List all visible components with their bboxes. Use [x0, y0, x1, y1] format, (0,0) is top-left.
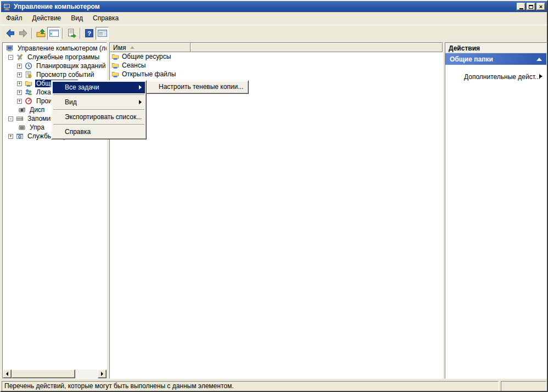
- users-icon: [25, 88, 32, 96]
- all-tasks-submenu: Настроить теневые копии...: [146, 80, 249, 94]
- menu-help[interactable]: Справка: [88, 13, 124, 24]
- status-side-cell: [501, 381, 546, 391]
- menu-separator: [53, 94, 144, 96]
- performance-icon: [25, 97, 32, 105]
- status-text: Перечень действий, которые могут быть вы…: [2, 381, 499, 391]
- shared-folder-icon: [111, 53, 119, 60]
- scroll-left-button[interactable]: [3, 369, 12, 378]
- help-button[interactable]: ?: [82, 27, 96, 40]
- export-list-icon: [67, 29, 76, 38]
- actions-section-header[interactable]: Общие папки: [445, 53, 546, 65]
- export-list-button[interactable]: [65, 27, 78, 40]
- list-header: Имя: [110, 43, 443, 52]
- expand-plus-icon[interactable]: +: [17, 64, 22, 69]
- sort-asc-icon: [130, 46, 135, 49]
- menu-item-export-list[interactable]: Экспортировать список...: [53, 111, 145, 123]
- tree-item-root[interactable]: Управление компьютером (лока: [3, 44, 107, 53]
- shared-folder-icon: [111, 61, 119, 69]
- scroll-right-button[interactable]: [98, 369, 107, 378]
- computer-icon: [6, 44, 14, 52]
- menu-bar: Файл Действие Вид Справка: [1, 12, 547, 25]
- toolbar-separator: [62, 28, 63, 39]
- list-item-shares[interactable]: Общие ресурсы: [110, 52, 443, 61]
- close-icon: ×: [539, 4, 543, 9]
- column-header-empty[interactable]: [191, 43, 443, 52]
- back-icon: [5, 29, 15, 38]
- up-level-icon: [36, 29, 46, 38]
- menu-item-view[interactable]: Вид: [53, 97, 145, 108]
- show-console-tree-icon: [49, 29, 59, 38]
- toolbar-separator: [80, 28, 81, 39]
- status-bar: Перечень действий, которые могут быть вы…: [1, 380, 547, 392]
- computer-management-window: Управление компьютером × Файл Действие В…: [0, 0, 548, 392]
- forward-button[interactable]: [16, 27, 30, 40]
- collapse-minus-icon[interactable]: -: [8, 55, 13, 60]
- context-menu: Все задачи Вид Экспортировать список... …: [51, 80, 147, 139]
- forward-icon: [19, 29, 28, 38]
- submenu-arrow-icon: [139, 100, 142, 104]
- services-icon: [16, 132, 24, 140]
- menu-file[interactable]: Файл: [1, 13, 27, 24]
- tools-icon: [16, 53, 24, 61]
- window-title: Управление компьютером: [14, 3, 100, 10]
- computer-icon: [3, 2, 12, 11]
- toolbar-separator: [31, 28, 32, 39]
- tree-item-system-tools[interactable]: - Служебные программы: [3, 53, 107, 61]
- scroll-left-icon: [6, 372, 8, 376]
- expand-plus-icon[interactable]: +: [17, 72, 22, 77]
- up-level-button[interactable]: [34, 27, 47, 40]
- menu-view[interactable]: Вид: [66, 13, 88, 24]
- disk-icon: [18, 124, 26, 131]
- menu-item-help[interactable]: Справка: [53, 126, 145, 138]
- expand-plus-icon[interactable]: +: [8, 134, 13, 139]
- list-item-open-files[interactable]: Открытые файлы: [110, 70, 443, 79]
- back-button[interactable]: [3, 27, 16, 40]
- actions-pane: Действия Общие папки Дополнительные дейс…: [445, 42, 547, 379]
- maximize-button[interactable]: [527, 3, 535, 10]
- storage-icon: [16, 115, 24, 122]
- event-viewer-icon: [25, 71, 32, 79]
- shared-folder-icon: [111, 70, 119, 78]
- actions-pane-title: Действия: [445, 43, 546, 53]
- show-console-tree-button[interactable]: [47, 27, 60, 40]
- scrollbar-thumb[interactable]: [12, 369, 75, 378]
- submenu-arrow-icon: [539, 74, 543, 79]
- collapse-minus-icon[interactable]: -: [8, 116, 13, 121]
- title-bar[interactable]: Управление компьютером ×: [1, 1, 547, 12]
- menu-separator: [53, 109, 144, 110]
- shared-folder-icon: [25, 80, 32, 87]
- expand-plus-icon[interactable]: +: [17, 90, 22, 95]
- tree-item-event-viewer[interactable]: + Просмотр событий: [3, 70, 107, 79]
- toolbar: ?: [1, 25, 547, 41]
- menu-item-all-tasks[interactable]: Все задачи: [53, 82, 145, 93]
- menu-action[interactable]: Действие: [27, 13, 66, 24]
- scheduler-icon: [25, 62, 32, 70]
- submenu-item-configure-shadow-copies[interactable]: Настроить теневые копии...: [148, 82, 247, 92]
- tree-horizontal-scrollbar[interactable]: [3, 369, 107, 378]
- menu-separator: [53, 124, 144, 125]
- column-header-name[interactable]: Имя: [110, 43, 191, 52]
- close-button[interactable]: ×: [536, 3, 545, 10]
- minimize-button[interactable]: [517, 3, 525, 10]
- expand-plus-icon[interactable]: +: [17, 81, 22, 86]
- svg-text:?: ?: [87, 30, 91, 37]
- show-action-pane-icon: [98, 29, 107, 38]
- show-action-pane-button[interactable]: [96, 27, 109, 40]
- action-item-more-actions[interactable]: Дополнительные дейст...: [445, 73, 546, 81]
- maximize-icon: [529, 5, 533, 9]
- scroll-right-icon: [101, 372, 103, 376]
- collapse-section-icon[interactable]: [536, 58, 542, 61]
- list-item-sessions[interactable]: Сеансы: [110, 61, 443, 70]
- device-manager-icon: [18, 106, 26, 114]
- submenu-arrow-icon: [139, 85, 142, 89]
- expand-plus-icon[interactable]: +: [17, 99, 22, 104]
- help-icon: ?: [85, 29, 94, 38]
- minimize-icon: [519, 8, 523, 9]
- tree-item-task-scheduler[interactable]: + Планировщик заданий: [3, 61, 107, 70]
